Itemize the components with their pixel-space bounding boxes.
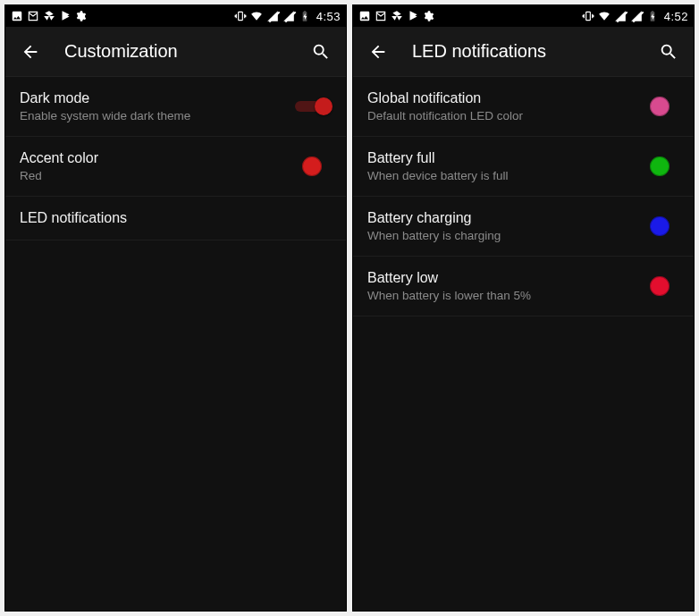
row-dark-mode[interactable]: Dark mode Enable system wide dark theme — [5, 77, 346, 137]
row-led-notifications[interactable]: LED notifications — [5, 197, 346, 240]
no-signal-2-icon — [630, 10, 643, 22]
row-battery-full[interactable]: Battery full When device battery is full — [353, 137, 694, 197]
play-store-icon — [407, 10, 419, 22]
battery-charging-icon — [299, 10, 311, 22]
wifi-icon — [250, 10, 263, 22]
pinwheel-icon — [391, 10, 403, 22]
no-signal-2-icon — [282, 10, 295, 22]
settings-list: Global notification Default notification… — [353, 77, 694, 611]
row-title: Dark mode — [20, 90, 292, 106]
row-subtitle: Enable system wide dark theme — [20, 109, 292, 122]
row-title: Battery low — [367, 270, 640, 286]
pinwheel-icon — [43, 10, 55, 22]
canvas: 4:53 Customization Dark mode Enable syst… — [0, 0, 699, 616]
row-title: Global notification — [367, 90, 640, 106]
dark-mode-switch[interactable] — [295, 97, 329, 115]
row-title: LED notifications — [20, 210, 332, 226]
action-bar: LED notifications — [353, 27, 694, 77]
vibrate-icon — [234, 10, 247, 22]
accent-color-dot — [302, 156, 322, 176]
row-battery-charging[interactable]: Battery charging When battery is chargin… — [353, 197, 694, 257]
picture-icon — [358, 10, 371, 22]
gmail-icon — [375, 10, 387, 22]
row-subtitle: Red — [20, 169, 292, 182]
battery-charging-icon — [646, 10, 659, 22]
no-signal-1-icon — [266, 10, 279, 22]
wifi-icon — [598, 10, 611, 22]
row-title: Accent color — [20, 150, 292, 166]
clock: 4:53 — [316, 10, 341, 23]
screen-led-notifications: 4:52 LED notifications Global notificati… — [352, 4, 695, 612]
settings-small-icon — [75, 10, 88, 22]
row-subtitle: When battery is charging — [367, 229, 640, 242]
back-button[interactable] — [13, 34, 48, 70]
row-accent-color[interactable]: Accent color Red — [5, 137, 346, 197]
row-subtitle: When device battery is full — [367, 169, 640, 182]
settings-list: Dark mode Enable system wide dark theme … — [5, 77, 346, 611]
led-color-dot — [650, 216, 670, 236]
led-color-dot — [650, 97, 670, 116]
vibrate-icon — [582, 10, 594, 22]
screen-customization: 4:53 Customization Dark mode Enable syst… — [4, 4, 347, 612]
status-bar: 4:52 — [353, 5, 694, 27]
no-signal-1-icon — [614, 10, 627, 22]
search-button[interactable] — [303, 34, 339, 70]
play-store-icon — [59, 10, 72, 22]
gmail-icon — [27, 10, 39, 22]
search-button[interactable] — [651, 34, 686, 70]
row-title: Battery charging — [367, 210, 640, 226]
svg-rect-1 — [238, 12, 242, 20]
status-bar: 4:53 — [5, 5, 346, 27]
settings-small-icon — [423, 10, 435, 22]
clock: 4:52 — [664, 10, 688, 23]
svg-rect-3 — [585, 12, 590, 20]
row-subtitle: Default notification LED color — [367, 109, 640, 122]
action-bar: Customization — [5, 27, 346, 77]
led-color-dot — [650, 276, 670, 296]
row-global-notification[interactable]: Global notification Default notification… — [353, 77, 694, 137]
switch-thumb — [315, 97, 333, 115]
page-title: Customization — [64, 41, 287, 62]
row-title: Battery full — [367, 150, 640, 166]
led-color-dot — [650, 156, 670, 176]
picture-icon — [11, 10, 23, 22]
row-subtitle: When battery is lower than 5% — [367, 289, 640, 302]
back-button[interactable] — [360, 34, 396, 70]
row-battery-low[interactable]: Battery low When battery is lower than 5… — [353, 257, 694, 316]
page-title: LED notifications — [412, 41, 635, 62]
